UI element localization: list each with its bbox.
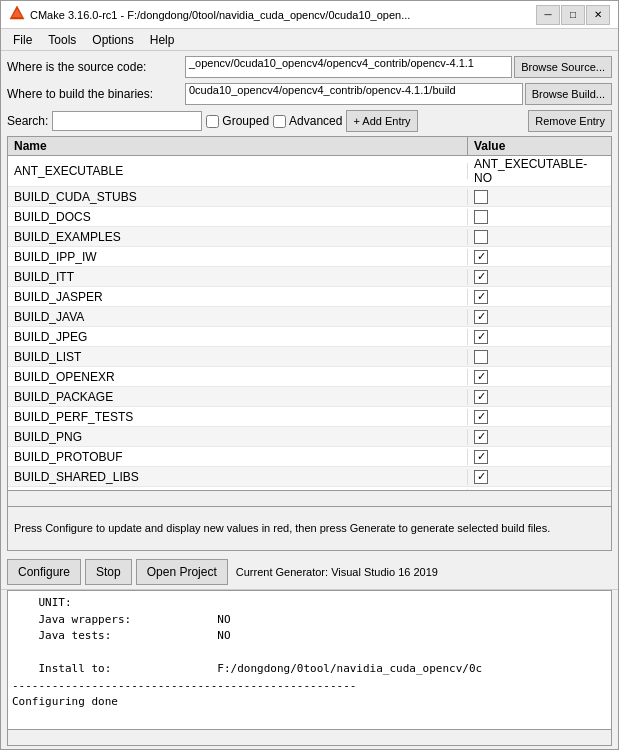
log-line xyxy=(12,645,607,662)
log-line: Install to: F:/dongdong/0tool/navidia_cu… xyxy=(12,661,607,678)
source-path-input[interactable]: _opencv/0cuda10_opencv4/opencv4_contrib/… xyxy=(185,56,512,78)
log-line: ----------------------------------------… xyxy=(12,678,607,695)
advanced-checkbox[interactable] xyxy=(273,115,286,128)
table-row[interactable]: BUILD_JAVA xyxy=(8,307,611,327)
table-checkbox[interactable] xyxy=(474,190,488,204)
table-cell-name: BUILD_JAVA xyxy=(8,309,468,325)
add-entry-button[interactable]: + Add Entry xyxy=(346,110,417,132)
table-cell-name: BUILD_IPP_IW xyxy=(8,249,468,265)
menu-item-help[interactable]: Help xyxy=(142,31,183,49)
table-row[interactable]: BUILD_EXAMPLES xyxy=(8,227,611,247)
table-hscrollbar[interactable] xyxy=(7,491,612,507)
table-body: ANT_EXECUTABLEANT_EXECUTABLE-NOBUILD_CUD… xyxy=(8,156,611,491)
table-checkbox[interactable] xyxy=(474,490,488,492)
table-checkbox[interactable] xyxy=(474,470,488,484)
table-row[interactable]: BUILD_PNG xyxy=(8,427,611,447)
table-row[interactable]: BUILD_PROTOBUF xyxy=(8,447,611,467)
table-row[interactable]: BUILD_ITT xyxy=(8,267,611,287)
close-button[interactable]: ✕ xyxy=(586,5,610,25)
table-checkbox[interactable] xyxy=(474,290,488,304)
table-cell-value[interactable] xyxy=(468,489,611,492)
table-row[interactable]: BUILD_LIST xyxy=(8,347,611,367)
table-cell-value[interactable] xyxy=(468,189,611,205)
build-label: Where to build the binaries: xyxy=(7,87,185,101)
table-cell-value[interactable] xyxy=(468,389,611,405)
table-checkbox[interactable] xyxy=(474,210,488,224)
table-row[interactable]: BUILD_IPP_IW xyxy=(8,247,611,267)
table-cell-value[interactable] xyxy=(468,309,611,325)
titlebar: CMake 3.16.0-rc1 - F:/dongdong/0tool/nav… xyxy=(1,1,618,29)
table-row[interactable]: BUILD_SHARED_LIBS xyxy=(8,467,611,487)
table-row[interactable]: ANT_EXECUTABLEANT_EXECUTABLE-NO xyxy=(8,156,611,187)
col-value-header: Value xyxy=(468,137,611,155)
table-cell-value[interactable] xyxy=(468,229,611,245)
table-cell-value[interactable] xyxy=(468,269,611,285)
advanced-checkbox-label[interactable]: Advanced xyxy=(273,114,342,128)
maximize-button[interactable]: □ xyxy=(561,5,585,25)
browse-build-button[interactable]: Browse Build... xyxy=(525,83,612,105)
menubar: FileToolsOptionsHelp xyxy=(1,29,618,51)
table-cell-value[interactable] xyxy=(468,449,611,465)
table-checkbox[interactable] xyxy=(474,390,488,404)
table-cell-value[interactable] xyxy=(468,329,611,345)
table-cell-name: BUILD_CUDA_STUBS xyxy=(8,189,468,205)
controls-row: Configure Stop Open Project Current Gene… xyxy=(1,555,618,590)
build-path-input[interactable]: 0cuda10_opencv4/opencv4_contrib/opencv-4… xyxy=(185,83,523,105)
table-cell-value[interactable] xyxy=(468,289,611,305)
search-input[interactable] xyxy=(52,111,202,131)
main-content: Where is the source code: _opencv/0cuda1… xyxy=(1,51,618,555)
table-row[interactable]: BUILD_JASPER xyxy=(8,287,611,307)
log-hscrollbar[interactable] xyxy=(7,730,612,746)
open-project-button[interactable]: Open Project xyxy=(136,559,228,585)
search-label: Search: xyxy=(7,114,48,128)
table-checkbox[interactable] xyxy=(474,250,488,264)
table-row[interactable]: BUILD_TBB xyxy=(8,487,611,491)
table-cell-name: BUILD_PACKAGE xyxy=(8,389,468,405)
grouped-checkbox-label[interactable]: Grouped xyxy=(206,114,269,128)
table-cell-value[interactable] xyxy=(468,429,611,445)
table-cell-value[interactable] xyxy=(468,249,611,265)
table-cell-value[interactable] xyxy=(468,349,611,365)
table-checkbox[interactable] xyxy=(474,350,488,364)
table-cell-value[interactable] xyxy=(468,209,611,225)
menu-item-options[interactable]: Options xyxy=(84,31,141,49)
table-checkbox[interactable] xyxy=(474,270,488,284)
menu-item-file[interactable]: File xyxy=(5,31,40,49)
table-row[interactable]: BUILD_JPEG xyxy=(8,327,611,347)
table-checkbox[interactable] xyxy=(474,370,488,384)
table-cell-name: BUILD_DOCS xyxy=(8,209,468,225)
table-checkbox[interactable] xyxy=(474,330,488,344)
table-checkbox[interactable] xyxy=(474,230,488,244)
minimize-button[interactable]: ─ xyxy=(536,5,560,25)
stop-button[interactable]: Stop xyxy=(85,559,132,585)
table-cell-value[interactable] xyxy=(468,369,611,385)
table-row[interactable]: BUILD_CUDA_STUBS xyxy=(8,187,611,207)
menu-item-tools[interactable]: Tools xyxy=(40,31,84,49)
table-cell-name: BUILD_OPENEXR xyxy=(8,369,468,385)
build-row: Where to build the binaries: 0cuda10_ope… xyxy=(7,82,612,106)
table-row[interactable]: BUILD_DOCS xyxy=(8,207,611,227)
table-cell-value[interactable] xyxy=(468,469,611,485)
table-checkbox[interactable] xyxy=(474,310,488,324)
table-cell-value[interactable] xyxy=(468,409,611,425)
log-area[interactable]: UNIT: Java wrappers: NO Java tests: NO I… xyxy=(7,590,612,730)
table-cell-name: BUILD_EXAMPLES xyxy=(8,229,468,245)
table-row[interactable]: BUILD_OPENEXR xyxy=(8,367,611,387)
table-checkbox[interactable] xyxy=(474,410,488,424)
log-line: Java tests: NO xyxy=(12,628,607,645)
titlebar-text: CMake 3.16.0-rc1 - F:/dongdong/0tool/nav… xyxy=(30,9,528,21)
cmake-icon xyxy=(9,5,25,24)
configure-button[interactable]: Configure xyxy=(7,559,81,585)
remove-entry-button[interactable]: Remove Entry xyxy=(528,110,612,132)
table-row[interactable]: BUILD_PACKAGE xyxy=(8,387,611,407)
grouped-checkbox[interactable] xyxy=(206,115,219,128)
cmake-table[interactable]: Name Value ANT_EXECUTABLEANT_EXECUTABLE-… xyxy=(7,136,612,491)
table-checkbox[interactable] xyxy=(474,430,488,444)
table-cell-name: BUILD_LIST xyxy=(8,349,468,365)
table-checkbox[interactable] xyxy=(474,450,488,464)
log-line: UNIT: xyxy=(12,595,607,612)
log-line: Configuring done xyxy=(12,694,607,711)
browse-source-button[interactable]: Browse Source... xyxy=(514,56,612,78)
table-row[interactable]: BUILD_PERF_TESTS xyxy=(8,407,611,427)
grouped-label: Grouped xyxy=(222,114,269,128)
